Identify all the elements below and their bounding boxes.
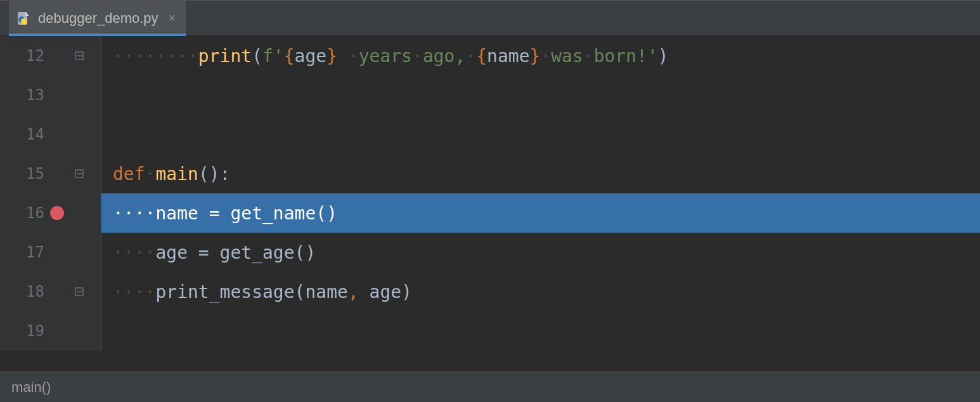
fold-toggle[interactable] xyxy=(70,169,89,178)
gutter[interactable]: 17 xyxy=(0,233,101,272)
breadcrumb-item[interactable]: main() xyxy=(11,379,51,396)
line-number: 18 xyxy=(0,283,44,301)
code-content[interactable] xyxy=(101,115,980,154)
line-number: 17 xyxy=(0,243,44,261)
gutter[interactable]: 15 xyxy=(0,154,101,193)
gutter[interactable]: 18 xyxy=(0,272,101,311)
gutter[interactable]: 14 xyxy=(0,115,101,154)
breakpoint-icon[interactable] xyxy=(50,206,64,220)
gutter[interactable]: 19 xyxy=(0,311,101,351)
close-icon[interactable]: × xyxy=(169,11,176,25)
code-content[interactable] xyxy=(101,311,980,351)
editor-tab[interactable]: debugger_demo.py × xyxy=(9,1,186,36)
tab-filename: debugger_demo.py xyxy=(38,10,158,27)
gutter[interactable]: 16 xyxy=(0,193,101,233)
svg-point-2 xyxy=(21,18,27,25)
tab-bar: debugger_demo.py × xyxy=(0,1,980,36)
code-line[interactable]: 12········print(f'{age} ·years·ago,·{nam… xyxy=(0,36,980,75)
line-number: 13 xyxy=(0,86,44,104)
code-content[interactable]: ····name = get_name() xyxy=(101,193,980,233)
code-line[interactable]: 13 xyxy=(0,75,980,115)
line-number: 12 xyxy=(0,47,44,65)
code-line[interactable]: 17····age = get_age() xyxy=(0,233,980,272)
code-content[interactable]: ····print_message(name, age) xyxy=(101,272,980,311)
code-line[interactable]: 15def·main(): xyxy=(0,154,980,193)
code-editor[interactable]: 12········print(f'{age} ·years·ago,·{nam… xyxy=(0,36,980,372)
fold-toggle[interactable] xyxy=(70,51,89,60)
gutter[interactable]: 13 xyxy=(0,75,101,115)
code-line[interactable]: 16····name = get_name() xyxy=(0,193,980,233)
code-line[interactable]: 14 xyxy=(0,115,980,154)
python-file-icon xyxy=(15,10,32,27)
breadcrumb-bar[interactable]: main() xyxy=(0,372,980,402)
code-content[interactable] xyxy=(101,75,980,115)
code-line[interactable]: 19 xyxy=(0,311,980,351)
code-line[interactable]: 18····print_message(name, age) xyxy=(0,272,980,311)
fold-toggle[interactable] xyxy=(70,287,89,296)
ide-root: debugger_demo.py × 12········print(f'{ag… xyxy=(0,0,980,402)
line-number: 15 xyxy=(0,165,44,183)
gutter[interactable]: 12 xyxy=(0,36,101,75)
breakpoint-slot[interactable] xyxy=(44,206,70,220)
line-number: 14 xyxy=(0,126,44,143)
code-content[interactable]: ········print(f'{age} ·years·ago,·{name}… xyxy=(101,36,980,75)
code-content[interactable]: def·main(): xyxy=(101,154,980,193)
line-number: 19 xyxy=(0,322,44,340)
code-content[interactable]: ····age = get_age() xyxy=(101,233,980,272)
line-number: 16 xyxy=(0,204,44,222)
